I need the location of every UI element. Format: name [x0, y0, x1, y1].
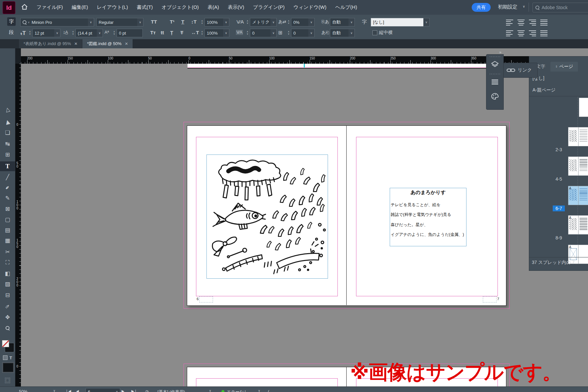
- menu-item-5[interactable]: 表(A): [208, 4, 219, 10]
- menu-item-9[interactable]: ヘルプ(H): [335, 4, 357, 10]
- chevron-down-icon[interactable]: ∨: [523, 5, 525, 8]
- eyedropper-tool[interactable]: ✑: [0, 302, 15, 311]
- layers-panel-icon[interactable]: [486, 58, 503, 71]
- content-collector-tool[interactable]: ⊞: [0, 150, 15, 159]
- fill-stroke-swatches[interactable]: [2, 340, 13, 351]
- spread-thumb-4-5-right[interactable]: [578, 156, 588, 176]
- spread-thumb-2-3-left[interactable]: [568, 127, 579, 146]
- tracking-dropdown[interactable]: ∨: [270, 29, 277, 37]
- line-tool[interactable]: ╱: [0, 172, 15, 182]
- aki-before-dropdown[interactable]: ∨: [349, 18, 355, 26]
- align-left-icon[interactable]: [505, 30, 514, 37]
- close-tab-icon[interactable]: ✕: [74, 41, 77, 46]
- menu-item-8[interactable]: ウィンドウ(W): [293, 4, 326, 10]
- color-panel-icon[interactable]: [486, 90, 503, 103]
- expand-panels-icon[interactable]: »: [499, 50, 501, 55]
- preflight-profile[interactable]: [基本] (作業用): [157, 389, 185, 392]
- horizontal-scale-dropdown[interactable]: ∨: [223, 29, 229, 37]
- font-size-stepper[interactable]: ∧∨: [28, 29, 32, 37]
- preflight-dropdown-icon[interactable]: ∨: [209, 389, 211, 392]
- menu-item-0[interactable]: ファイル(F): [37, 4, 63, 10]
- grid-jidori-stepper[interactable]: ∧∨: [287, 29, 290, 37]
- font-style-dropdown[interactable]: ∨: [137, 18, 143, 26]
- fill-swatch-none[interactable]: [2, 340, 9, 347]
- adobe-stock-search[interactable]: Adobe Stock: [532, 3, 588, 12]
- spread-label-4-5[interactable]: 4-5: [529, 176, 588, 182]
- superscript-icon[interactable]: T¹: [170, 19, 174, 24]
- document-tab-0[interactable]: *表紙帯あり.indd @ 95%✕: [19, 39, 82, 48]
- drag-handle[interactable]: [490, 74, 500, 74]
- gradient-swatch-tool[interactable]: ◧: [0, 269, 15, 278]
- char-style-field[interactable]: [なし]: [371, 18, 428, 26]
- baseline-shift-stepper[interactable]: ∧∨: [112, 29, 116, 37]
- all-caps-icon[interactable]: TT: [151, 19, 157, 24]
- spread-thumb-last-right[interactable]: [578, 245, 588, 264]
- small-caps-icon[interactable]: Tᴛ: [150, 30, 156, 35]
- tatechuyoko-checkbox[interactable]: [372, 30, 377, 35]
- zoom-tool[interactable]: [0, 323, 15, 333]
- status-dropdown-icon[interactable]: ∨: [258, 389, 260, 392]
- font-family-dropdown[interactable]: ∨: [88, 18, 94, 26]
- pencil-tool[interactable]: ✎: [0, 193, 15, 203]
- kerning-stepper[interactable]: ∧∨: [246, 18, 249, 26]
- view-options-icon[interactable]: ⿴: [0, 375, 15, 385]
- font-style-field[interactable]: Regular: [96, 18, 141, 26]
- horizontal-scale-stepper[interactable]: ∧∨: [200, 29, 204, 37]
- spread-thumb-2-3-right[interactable]: [578, 127, 588, 146]
- leading-stepper[interactable]: ∧∨: [71, 29, 75, 37]
- spread-thumb-8-9-left[interactable]: A: [568, 215, 579, 235]
- align-justify-icon[interactable]: [540, 30, 548, 37]
- zoom-dropdown-icon[interactable]: ∨: [53, 389, 56, 392]
- stroke-panel-icon[interactable]: [486, 75, 503, 89]
- align-justify-icon[interactable]: [540, 19, 548, 26]
- workspace-switcher[interactable]: 初期設定: [498, 4, 517, 10]
- kerning-dropdown[interactable]: ∨: [270, 18, 277, 26]
- note-tool[interactable]: ⊟: [0, 290, 15, 300]
- formatting-container-icon[interactable]: [3, 355, 8, 360]
- drag-handle[interactable]: [490, 56, 500, 57]
- pen-tool[interactable]: ✒: [0, 183, 15, 192]
- font-size-dropdown[interactable]: ∨: [54, 29, 60, 37]
- menu-item-2[interactable]: レイアウト(L): [97, 4, 128, 10]
- grid-jidori-dropdown[interactable]: ∨: [308, 29, 315, 37]
- spread-label-6-7[interactable]: 6-7: [529, 205, 588, 211]
- graphic-frame[interactable]: [206, 155, 328, 279]
- gap-tool[interactable]: ↹: [0, 139, 15, 149]
- story-text-frame[interactable]: あのまろかりす テレビを見ることが、絵を 雑誌で(科学と電気ウナギが)見る 喜び…: [390, 188, 466, 246]
- preflight-status[interactable]: エラーなし: [227, 389, 248, 392]
- align-center-icon[interactable]: [517, 19, 525, 26]
- tab-pages[interactable]: ⇕ ページ: [550, 62, 578, 72]
- master-a[interactable]: A-親ページ: [532, 87, 556, 93]
- spread-thumb-8-9-right[interactable]: [578, 215, 588, 235]
- links-panel-tab[interactable]: リンク: [503, 63, 538, 78]
- close-tab-icon[interactable]: ✕: [125, 41, 128, 46]
- align-left-icon[interactable]: [505, 19, 514, 26]
- spread-thumb-6-7-right[interactable]: [578, 186, 588, 205]
- selection-tool[interactable]: ▷: [0, 105, 15, 115]
- spread-thumb-4-5-left[interactable]: [568, 156, 579, 176]
- ligature-icon[interactable]: tt: [161, 30, 164, 35]
- spread-label-2-3[interactable]: 2-3: [529, 147, 588, 153]
- share-button[interactable]: 共有: [472, 3, 491, 12]
- character-panel-toggle[interactable]: 字: [7, 17, 16, 26]
- vertical-ruler[interactable]: 0501001502000: [15, 64, 21, 386]
- baseline-shift-field[interactable]: 0 pt: [117, 29, 143, 37]
- rectangle-tool[interactable]: ▢: [0, 215, 15, 224]
- prev-page-button[interactable]: ◀: [76, 389, 79, 392]
- tsume-stepper[interactable]: ∧∨: [287, 18, 290, 26]
- align-center-icon[interactable]: [517, 30, 525, 37]
- char-style-dropdown[interactable]: ∨: [423, 18, 430, 26]
- page-number-field[interactable]: 6∨: [86, 388, 120, 392]
- next-page-button[interactable]: ▶: [122, 389, 124, 392]
- pasteboard[interactable]: あのまろかりす テレビを見ることが、絵を 雑誌で(科学と電気ウナギが)見る 喜び…: [21, 64, 588, 386]
- vertical-scale-dropdown[interactable]: ∨: [223, 18, 229, 26]
- frame-tool[interactable]: ⊠: [0, 204, 15, 214]
- page-tool[interactable]: ❏: [0, 128, 15, 138]
- spread-thumb-6-7-left[interactable]: A: [568, 186, 579, 205]
- scissors-tool[interactable]: ✂: [0, 247, 15, 257]
- apply-color-swatch[interactable]: [3, 363, 14, 372]
- grid-tool[interactable]: ▦: [0, 236, 15, 245]
- menu-item-4[interactable]: オブジェクト(O): [162, 4, 199, 10]
- preflight-clock-icon[interactable]: ◷: [145, 389, 149, 392]
- document-tab-1[interactable]: *図鑑.indd @ 50%✕: [82, 39, 133, 48]
